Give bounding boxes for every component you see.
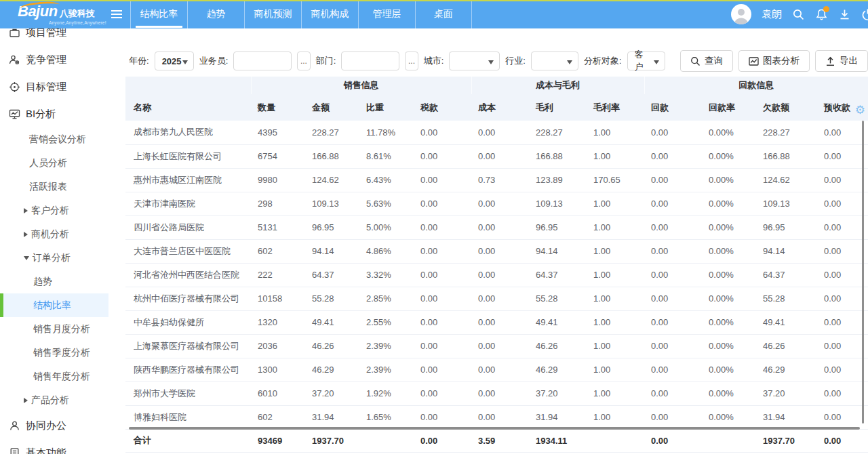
query-button[interactable]: 查询 bbox=[680, 50, 733, 72]
upload-icon bbox=[825, 56, 835, 66]
table-row[interactable]: 杭州中佰医疗器械有限公司1015855.282.85%0.000.0055.28… bbox=[125, 287, 868, 310]
chevron-right-icon bbox=[24, 232, 28, 237]
table-cell: 0.00 bbox=[471, 121, 529, 144]
table-row[interactable]: 博雅妇科医院60231.941.65%0.000.0031.941.000.00… bbox=[125, 405, 868, 429]
sidebar-item-2[interactable]: 目标管理 bbox=[0, 73, 108, 100]
department-input[interactable] bbox=[341, 51, 399, 70]
sidebar-item-0[interactable]: 项目管理 bbox=[0, 28, 108, 46]
avatar[interactable] bbox=[731, 4, 751, 24]
salesman-input[interactable] bbox=[233, 51, 292, 70]
column-header[interactable]: 回款 bbox=[644, 94, 702, 121]
column-header[interactable]: 税款 bbox=[414, 94, 471, 121]
table-cell: 0.00 bbox=[471, 287, 529, 310]
nav-tab-3[interactable]: 商机构成 bbox=[301, 0, 358, 28]
nav-tab-1[interactable]: 趋势 bbox=[187, 0, 244, 28]
export-button[interactable]: 导出 bbox=[815, 50, 868, 72]
sidebar-item-label: 趋势 bbox=[33, 276, 52, 288]
sidebar-item-7[interactable]: 客户分析 bbox=[0, 199, 108, 222]
table-cell: 陕西华鹏医疗器械有限公司 bbox=[125, 358, 251, 381]
brand-name-cn: 八骏科技 bbox=[60, 9, 95, 18]
column-header[interactable]: 名称 bbox=[125, 94, 251, 121]
progress-line bbox=[0, 0, 868, 1]
table-cell: 0.00 bbox=[414, 405, 471, 429]
table-cell: 228.27 bbox=[756, 121, 817, 144]
table-cell: 37.20 bbox=[756, 381, 817, 405]
industry-label: 行业: bbox=[505, 55, 526, 67]
column-header[interactable]: 成本 bbox=[471, 94, 529, 121]
sidebar-item-label: 销售季度分析 bbox=[33, 347, 90, 359]
department-picker-button[interactable]: ... bbox=[405, 51, 418, 70]
industry-select[interactable] bbox=[531, 51, 578, 70]
table-cell: 1.00 bbox=[587, 263, 644, 287]
table-row[interactable]: 中牟县妇幼保健所132049.412.55%0.000.0049.411.000… bbox=[125, 310, 868, 334]
nav-tab-2[interactable]: 商机预测 bbox=[244, 0, 301, 28]
column-header[interactable]: 毛利率 bbox=[587, 94, 644, 121]
column-header[interactable]: 欠款额 bbox=[756, 94, 817, 121]
table-row[interactable]: 成都市第九人民医院4395228.2711.78%0.000.00228.271… bbox=[125, 121, 868, 144]
table-cell: 0.00 bbox=[644, 310, 702, 334]
bell-icon[interactable] bbox=[815, 8, 828, 21]
sidebar-item-13[interactable]: 销售季度分析 bbox=[0, 341, 108, 365]
table-row[interactable]: 大连市普兰店区中医医院60294.144.86%0.000.0094.141.0… bbox=[125, 239, 868, 263]
search-icon[interactable] bbox=[792, 8, 805, 21]
power-icon[interactable] bbox=[861, 8, 868, 21]
download-icon[interactable] bbox=[838, 8, 851, 21]
table-cell: 惠州市惠城区江南医院 bbox=[125, 168, 251, 192]
nav-tab-0[interactable]: 结构比率 bbox=[130, 0, 187, 28]
hamburger-menu-icon[interactable] bbox=[111, 0, 129, 28]
table-cell: 1.00 bbox=[587, 121, 644, 144]
table-cell: 0.00 bbox=[414, 192, 471, 215]
table-cell: 46.29 bbox=[529, 358, 587, 381]
chart-analysis-button[interactable]: 图表分析 bbox=[738, 50, 810, 72]
table-cell: 5.63% bbox=[359, 192, 414, 215]
sidebar-item-5[interactable]: 人员分析 bbox=[0, 151, 108, 175]
table-row[interactable]: 郑州市大学医院601037.201.92%0.000.0037.201.000.… bbox=[125, 381, 868, 405]
table-vertical-scrollbar[interactable] bbox=[862, 121, 864, 424]
column-header[interactable]: 比重 bbox=[359, 94, 414, 121]
sidebar-item-16[interactable]: 协同办公 bbox=[0, 412, 108, 439]
column-header[interactable]: 数量 bbox=[251, 94, 305, 121]
salesman-picker-button[interactable]: ... bbox=[297, 51, 310, 70]
table-row[interactable]: 河北省沧州中西医结合医院22264.373.32%0.000.0064.371.… bbox=[125, 263, 868, 287]
table-cell: 0.00 bbox=[644, 168, 702, 192]
table-cell: 1.00 bbox=[587, 334, 644, 358]
table-cell: 1.00 bbox=[587, 192, 644, 215]
salesman-label: 业务员: bbox=[199, 55, 229, 67]
sidebar-item-3[interactable]: BI分析 bbox=[0, 100, 108, 127]
table-horizontal-scrollbar[interactable] bbox=[129, 427, 860, 430]
sidebar-item-12[interactable]: 销售月度分析 bbox=[0, 317, 108, 341]
sidebar-item-label: 销售年度分析 bbox=[33, 371, 90, 383]
table-cell: 2036 bbox=[251, 334, 305, 358]
sidebar-item-9[interactable]: 订单分析 bbox=[0, 246, 108, 270]
sidebar-item-10[interactable]: 趋势 bbox=[0, 270, 108, 293]
sidebar-item-4[interactable]: 营销会议分析 bbox=[0, 127, 108, 151]
sidebar-item-15[interactable]: 产品分析 bbox=[0, 388, 108, 412]
column-header[interactable]: 回款率 bbox=[702, 94, 756, 121]
city-select[interactable] bbox=[449, 51, 500, 70]
column-settings-gear-icon[interactable]: ⚙ bbox=[855, 104, 865, 116]
user-name[interactable]: 袁朗 bbox=[762, 8, 782, 21]
sidebar-item-17[interactable]: 基本功能 bbox=[0, 439, 108, 454]
table-row[interactable]: 天津市津南医院298109.135.63%0.000.00109.131.000… bbox=[125, 192, 868, 215]
table-row[interactable]: 四川省公路局医院513196.955.00%0.000.0096.951.000… bbox=[125, 215, 868, 239]
app-logo[interactable]: Bajun 八骏科技 Anyone,Anytime,Anywhere! bbox=[0, 0, 108, 28]
table-cell: 0.00 bbox=[644, 381, 702, 405]
table-cell: 0.00 bbox=[414, 168, 471, 192]
analysis-target-select[interactable]: 客户 bbox=[627, 51, 665, 70]
sidebar-item-6[interactable]: 活跃报表 bbox=[0, 175, 108, 199]
sidebar-item-14[interactable]: 销售年度分析 bbox=[0, 365, 108, 388]
table-cell: 0.00 bbox=[817, 121, 868, 144]
sidebar-item-1[interactable]: 竞争管理 bbox=[0, 46, 108, 73]
sidebar-item-11[interactable]: 结构比率 bbox=[0, 293, 108, 317]
year-select[interactable]: 2025 bbox=[155, 51, 194, 70]
column-header[interactable]: 金额 bbox=[305, 94, 359, 121]
table-cell: 109.13 bbox=[756, 192, 817, 215]
table-row[interactable]: 上海长虹医院有限公司6754166.888.61%0.000.00166.881… bbox=[125, 144, 868, 168]
table-row[interactable]: 上海聚慕医疗器械有限公司203646.262.39%0.000.0046.261… bbox=[125, 334, 868, 358]
nav-tab-4[interactable]: 管理层 bbox=[358, 0, 415, 28]
nav-tab-5[interactable]: 桌面 bbox=[415, 0, 472, 28]
column-header[interactable]: 毛利 bbox=[529, 94, 587, 121]
sidebar-item-8[interactable]: 商机分析 bbox=[0, 222, 108, 246]
table-row[interactable]: 陕西华鹏医疗器械有限公司130046.292.39%0.000.0046.291… bbox=[125, 358, 868, 381]
table-row[interactable]: 惠州市惠城区江南医院9980124.626.43%0.000.73123.891… bbox=[125, 168, 868, 192]
